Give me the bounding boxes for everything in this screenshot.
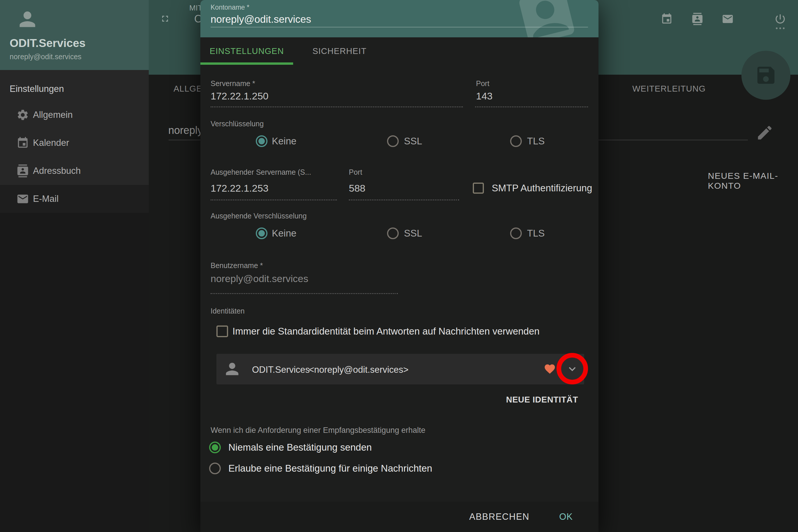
account-email: noreply@odit.services [10, 53, 81, 61]
account-name-label: Kontoname * [211, 3, 249, 12]
server-input[interactable]: 172.22.1.250 [211, 90, 269, 102]
identity-email: <noreply@odit.services> [309, 365, 408, 375]
radio-out-tls[interactable] [510, 228, 522, 239]
radio-out-keine-label[interactable]: Keine [272, 228, 296, 239]
out-server-input[interactable]: 172.22.1.253 [211, 183, 269, 194]
calendar-icon[interactable] [661, 13, 673, 25]
radio-tls-label[interactable]: TLS [527, 135, 545, 147]
account-name-underline [211, 27, 588, 27]
person-icon [223, 360, 242, 378]
server-underline [211, 107, 463, 107]
radio-keine[interactable] [256, 135, 267, 147]
radio-out-ssl[interactable] [387, 228, 399, 239]
power-menu-dots [776, 27, 784, 29]
username-underline [211, 293, 398, 294]
username-label: Benutzername * [211, 261, 263, 270]
port-label: Port [476, 79, 489, 88]
calendar-icon [16, 136, 29, 149]
identity-name: ODIT.Services [252, 365, 310, 375]
dialog-header: Kontoname * noreply@odit.services [201, 0, 598, 37]
out-encryption-label: Ausgehende Verschlüsselung [211, 212, 306, 220]
save-fab-button[interactable] [741, 51, 791, 100]
dialog-actions: ABBRECHEN OK [201, 502, 598, 532]
radio-out-ssl-label[interactable]: SSL [404, 228, 422, 239]
radio-out-keine[interactable] [256, 228, 267, 239]
identities-section-label: Identitäten [211, 307, 245, 315]
tab-sicherheit[interactable]: SICHERHEIT [293, 37, 386, 65]
gear-icon [16, 109, 29, 121]
account-settings-dialog: Kontoname * noreply@odit.services EINSTE… [201, 0, 598, 532]
out-port-label: Port [349, 168, 362, 176]
radio-niemals[interactable] [209, 442, 221, 453]
sidebar-item-label: Kalender [33, 136, 69, 149]
radio-out-tls-label[interactable]: TLS [527, 228, 545, 239]
dialog-tabs: EINSTELLUNGEN SICHERHEIT [201, 37, 598, 65]
sidebar-item-kalender[interactable]: Kalender [0, 129, 149, 157]
sidebar-item-label: Allgemein [33, 109, 73, 121]
sidebar-item-allgemein[interactable]: Allgemein [0, 101, 149, 129]
encryption-label: Verschlüsselung [211, 119, 264, 128]
sidebar-menu: Einstellungen Allgemein Kalender Adressb… [0, 70, 149, 213]
radio-erlaube-label[interactable]: Erlaube eine Bestätigung für einige Nach… [228, 462, 432, 474]
background-tab-weiterleitung[interactable]: WEITERLEITUNG [632, 84, 705, 94]
sidebar-item-adressbuch[interactable]: Adressbuch [0, 157, 149, 185]
background-field-fragment: noreply [168, 124, 203, 136]
account-display-name: ODIT.Services [10, 37, 86, 50]
active-tab-underline [201, 62, 293, 65]
new-email-account-button[interactable]: NEUES E-MAIL-KONTO [708, 171, 798, 191]
new-identity-button[interactable]: NEUE IDENTITÄT [506, 395, 578, 404]
cancel-button[interactable]: ABBRECHEN [469, 512, 529, 522]
sidebar-item-label: Adressbuch [33, 165, 81, 177]
out-server-label: Ausgehender Servername (S... [211, 168, 311, 176]
contacts-icon [16, 165, 29, 177]
ok-button[interactable]: OK [559, 512, 573, 522]
mail-icon[interactable] [722, 13, 734, 25]
sidebar-header: ODIT.Services noreply@odit.services [0, 0, 149, 70]
radio-ssl-label[interactable]: SSL [404, 135, 422, 147]
screen: MIT O ALLGEM WEITERLEITUNG noreply NEUES… [0, 0, 798, 532]
radio-tls[interactable] [510, 135, 522, 147]
radio-ssl[interactable] [387, 135, 399, 147]
contacts-icon[interactable] [691, 13, 703, 25]
edit-pencil-icon[interactable] [756, 124, 774, 142]
tab-einstellungen[interactable]: EINSTELLUNGEN [201, 37, 293, 65]
identity-row[interactable]: ODIT.Services <noreply@odit.services> [216, 354, 584, 384]
port-input[interactable]: 143 [476, 90, 493, 102]
portrait-ghost-icon [509, 0, 585, 37]
port-underline [475, 107, 588, 107]
receipt-label: Wenn ich die Anforderung einer Empfangsb… [211, 426, 425, 435]
sidebar-item-email[interactable]: E-Mail [0, 185, 149, 213]
sidebar-item-label: E-Mail [33, 192, 59, 205]
radio-niemals-label[interactable]: Niemals eine Bestätigung senden [228, 442, 372, 453]
sidebar: ODIT.Services noreply@odit.services Eins… [0, 0, 149, 532]
default-identity-checkbox[interactable] [216, 325, 228, 337]
smtp-auth-label[interactable]: SMTP Authentifizierung [492, 183, 592, 194]
heart-icon [544, 363, 556, 375]
default-identity-label[interactable]: Immer die Standardidentität beim Antwort… [232, 325, 539, 337]
out-port-underline [349, 200, 459, 201]
account-name-input[interactable]: noreply@odit.services [211, 14, 311, 25]
server-label: Servername * [211, 79, 255, 88]
out-server-underline [211, 200, 337, 201]
mail-icon [16, 192, 29, 205]
save-icon [755, 64, 777, 87]
user-avatar-icon [16, 7, 39, 31]
sidebar-section-title: Einstellungen [10, 84, 64, 94]
chevron-down-icon[interactable] [566, 362, 579, 376]
radio-erlaube[interactable] [209, 462, 221, 474]
smtp-auth-checkbox[interactable] [473, 183, 484, 194]
username-input[interactable]: noreply@odit.services [211, 273, 308, 284]
out-port-input[interactable]: 588 [349, 183, 365, 194]
power-icon[interactable] [774, 13, 786, 25]
fullscreen-icon[interactable] [160, 14, 170, 24]
radio-keine-label[interactable]: Keine [272, 135, 296, 147]
